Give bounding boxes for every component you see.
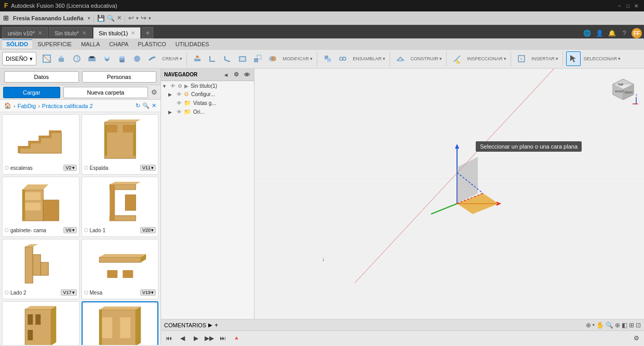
orbit-icon[interactable]: ⊕ xyxy=(586,322,591,329)
cargar-button[interactable]: Cargar xyxy=(3,87,60,98)
nav-item-ori[interactable]: ▶ 👁 📁 Ori... xyxy=(161,108,254,116)
user-icon[interactable]: 👤 xyxy=(594,28,605,38)
design-dropdown[interactable]: DISEÑO ▾ xyxy=(2,52,36,65)
play-button[interactable]: ▶ xyxy=(190,332,202,344)
tab-chapa[interactable]: CHAPA xyxy=(105,40,132,48)
save-icon[interactable]: 💾 xyxy=(97,15,105,22)
grid-item-gabinete[interactable]: ⬡ gabinete- cama V6▾ xyxy=(2,177,79,237)
settings-button[interactable]: ⚙ xyxy=(630,332,642,344)
nav-eye-vistas[interactable]: 👁 xyxy=(177,100,182,106)
item-version-gabinete[interactable]: V6▾ xyxy=(63,227,76,233)
nav-cube[interactable]: TOP FRONT RIGHT Z X xyxy=(608,74,639,105)
redo-arrow[interactable]: ▾ xyxy=(149,16,151,21)
search-icon[interactable]: 🔍 xyxy=(142,102,150,109)
comments-expand-icon[interactable]: ▶ xyxy=(208,322,212,328)
tab-malla[interactable]: MALLA xyxy=(77,40,104,48)
item-version-lado1[interactable]: V20▾ xyxy=(140,227,156,233)
tab-close-icon[interactable]: ✕ xyxy=(38,30,42,36)
box-button[interactable] xyxy=(100,51,114,66)
dot-icon[interactable]: • xyxy=(593,322,595,329)
extrude-button[interactable] xyxy=(55,51,69,66)
item-version-escaleras[interactable]: V2▾ xyxy=(63,165,76,171)
personas-button[interactable]: Personas xyxy=(82,71,157,83)
insertar-label[interactable]: INSERTAR ▾ xyxy=(529,56,560,61)
settings-icon[interactable]: ⚙ xyxy=(151,88,157,96)
nav-settings-root[interactable]: ⚙ xyxy=(178,83,182,89)
new-component-button[interactable] xyxy=(320,51,335,66)
datos-button[interactable]: Datos xyxy=(4,71,79,83)
last-frame-button[interactable]: ⏭ xyxy=(217,332,229,344)
hole-button[interactable] xyxy=(85,51,99,66)
item-version-lado2[interactable]: V17▾ xyxy=(61,289,76,296)
ensamblar-label[interactable]: ENSAMBLAR ▾ xyxy=(351,56,387,61)
breadcrumb-fabdig[interactable]: FabDig xyxy=(18,103,36,109)
nav-eye-icon[interactable]: 👁 xyxy=(243,71,251,79)
nav-eye-config[interactable]: 👁 xyxy=(177,91,182,97)
seleccionar-label[interactable]: SELECCIONAR ▾ xyxy=(581,56,623,61)
insert-button[interactable]: + xyxy=(514,51,529,66)
undo-arrow[interactable]: ▾ xyxy=(136,16,139,21)
pan-icon[interactable]: ✋ xyxy=(596,322,604,329)
crear-label[interactable]: CREAR ▾ xyxy=(160,56,184,61)
cylinder-button[interactable] xyxy=(115,51,129,66)
nav-item-config[interactable]: ▶ 👁 ⚙ Configur... xyxy=(161,90,254,99)
nueva-carpeta-button[interactable]: Nueva carpeta xyxy=(63,87,148,98)
grid-item-espalda[interactable]: ⬡ Espalda V11▾ xyxy=(82,114,159,175)
tab-sintitulo1[interactable]: Sin título(1) ✕ xyxy=(93,27,141,38)
comments-add-icon[interactable]: + xyxy=(214,322,218,329)
keyframe-marker[interactable]: 🔺 xyxy=(231,332,242,344)
home-icon[interactable]: 🏠 xyxy=(4,102,11,109)
account-badge[interactable]: FF xyxy=(632,28,642,38)
undo-button[interactable]: ↩ xyxy=(128,14,134,22)
nav-eye-root[interactable]: 👁 xyxy=(170,83,176,89)
viewport[interactable]: Seleccionar un plano o una cara plana TO… xyxy=(254,69,644,319)
tab-plastico[interactable]: PLÁSTICO xyxy=(133,40,170,48)
shell-button[interactable] xyxy=(235,51,250,66)
offset-plane-button[interactable] xyxy=(393,51,408,66)
revolve-button[interactable] xyxy=(70,51,84,66)
prev-frame-button[interactable]: ◀ xyxy=(177,332,188,344)
grid-item-lado2[interactable]: ⬡ Lado 2 V17▾ xyxy=(2,239,79,299)
nav-expand-icon[interactable]: ◄ xyxy=(222,71,230,79)
tab-close-icon[interactable]: ✕ xyxy=(82,30,86,36)
inspeccionar-label[interactable]: INSPECCIONAR ▾ xyxy=(465,56,508,61)
refresh-icon[interactable]: ↻ xyxy=(136,102,140,109)
search-icon[interactable]: 🔍 xyxy=(107,15,115,22)
nav-item-vistas[interactable]: ▶ 👁 📁 Vistas g... xyxy=(161,99,254,108)
modificar-label[interactable]: MODIFICAR ▾ xyxy=(280,56,315,61)
tab-sintitulo[interactable]: Sin título* ✕ xyxy=(49,27,92,38)
sphere-button[interactable] xyxy=(130,51,144,66)
zoom-icon[interactable]: 🔍 xyxy=(606,322,613,329)
close-icon[interactable]: ✕ xyxy=(117,15,122,21)
first-frame-button[interactable]: ⏮ xyxy=(163,332,175,344)
close-panel-icon[interactable]: ✕ xyxy=(152,102,156,109)
joint-button[interactable] xyxy=(336,51,350,66)
breadcrumb-practica[interactable]: Práctica calificada 2 xyxy=(42,103,93,109)
item-version-mesa[interactable]: V19▾ xyxy=(140,289,156,296)
grid-item-mesa[interactable]: ⬡ Mesa V19▾ xyxy=(82,239,159,299)
minimize-button[interactable]: − xyxy=(616,2,623,9)
zoom-fit-icon[interactable]: ⊕ xyxy=(615,322,620,329)
fillet-button[interactable] xyxy=(205,51,220,66)
sketch-button[interactable] xyxy=(39,51,54,66)
tab-union[interactable]: unión v10* ✕ xyxy=(2,27,48,38)
notification-icon[interactable]: 🔔 xyxy=(607,28,617,38)
maximize-button[interactable]: □ xyxy=(624,2,632,9)
help-icon[interactable]: ? xyxy=(619,28,629,38)
grid-item-pared2[interactable]: ⬡ pared 2 V4▾ xyxy=(2,301,79,345)
item-version-espalda[interactable]: V11▾ xyxy=(140,165,156,171)
view-cube-icon[interactable]: ◧ xyxy=(622,322,627,329)
combine-button[interactable] xyxy=(265,51,280,66)
nav-play-root[interactable]: ▶ xyxy=(184,83,189,89)
tab-new-button[interactable]: + xyxy=(142,27,153,38)
nav-arrow-config[interactable]: ▶ xyxy=(168,92,175,97)
measure-button[interactable]: 📐 xyxy=(450,51,464,66)
globe-icon[interactable]: 🌐 xyxy=(582,28,592,38)
nav-eye-ori[interactable]: 👁 xyxy=(177,109,182,115)
next-frame-button[interactable]: ▶▶ xyxy=(204,332,215,344)
construir-label[interactable]: CONSTRUIR ▾ xyxy=(408,56,444,61)
grid-item-lado1[interactable]: ⬡ Lado 1 V20▾ xyxy=(82,177,159,237)
nav-settings-icon[interactable]: ⚙ xyxy=(232,71,240,79)
chamfer-button[interactable] xyxy=(220,51,235,66)
grid-item-pared-cama[interactable]: ⬡ Pared de la cama V10▾ xyxy=(82,301,159,345)
